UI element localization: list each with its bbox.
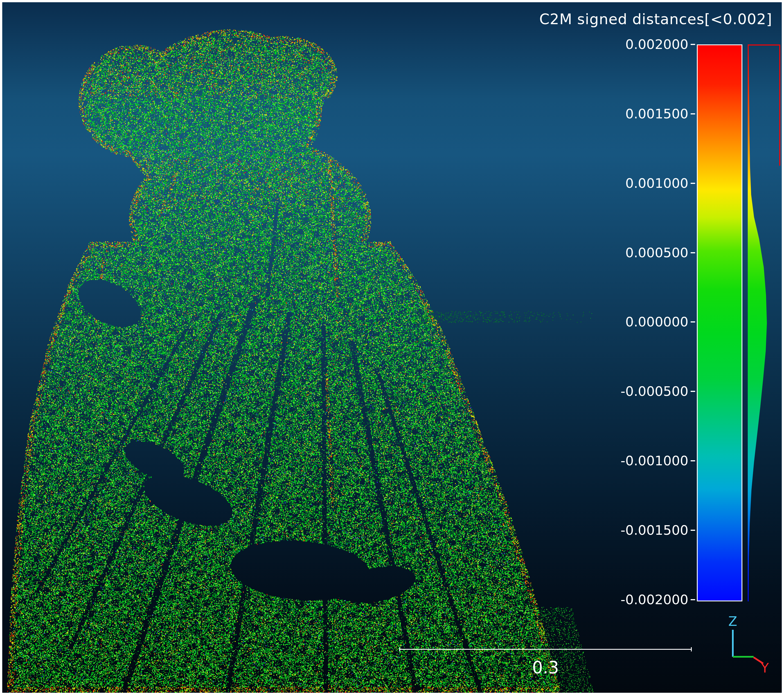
colorbar-tick-label: -0.002000 (576, 592, 688, 608)
histogram-outline (748, 45, 780, 166)
scale-bar: 0.3 (399, 649, 692, 677)
axis-y-label: Y (761, 660, 769, 675)
colorbar-title: C2M signed distances[<0.002] (539, 11, 772, 28)
scale-bar-label: 0.3 (399, 658, 692, 677)
colorbar-tick-label: 0.000000 (576, 314, 688, 330)
scale-bar-line (399, 649, 692, 650)
colorbar-tick-label: -0.000500 (576, 384, 688, 399)
histogram-curve (748, 44, 767, 601)
colorbar-gradient[interactable] (697, 44, 742, 601)
colorbar-tick-label: -0.001000 (576, 453, 688, 469)
axis-gizmo: Z Y (716, 614, 781, 675)
colorbar-tick-label: 0.001500 (576, 106, 688, 122)
axis-z-label: Z (728, 614, 737, 629)
colorbar-tick-label: -0.001500 (576, 522, 688, 538)
colorbar-tick-label: 0.002000 (576, 36, 688, 52)
histogram (747, 44, 781, 601)
colorbar-tick-label: 0.000500 (576, 245, 688, 261)
colorbar-tick-label: 0.001000 (576, 175, 688, 191)
3d-viewport[interactable]: C2M signed distances[<0.002] 0.002000 0.… (2, 2, 782, 693)
